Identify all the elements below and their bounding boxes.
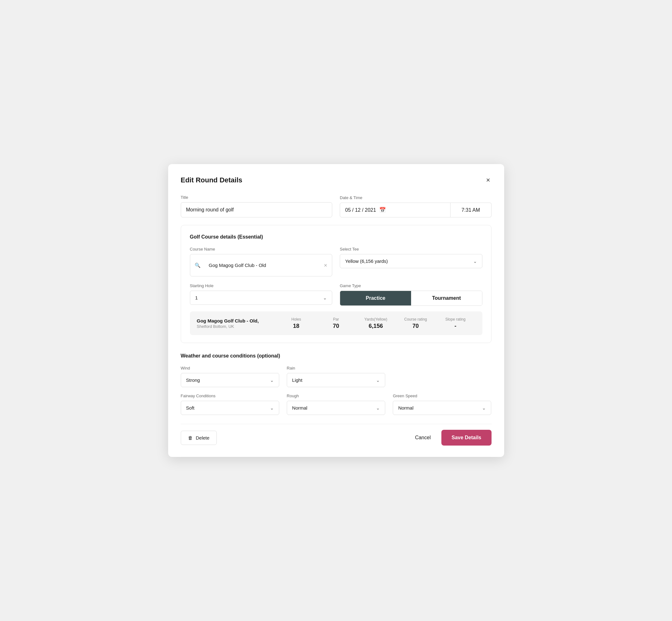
- select-tee-group: Select Tee Yellow (6,156 yards) ⌄ Yellow…: [340, 247, 482, 277]
- title-datetime-row: Title Date & Time 05 / 12 / 2021 📅 7:31 …: [181, 195, 492, 217]
- game-type-label: Game Type: [340, 283, 482, 288]
- delete-label: Delete: [196, 435, 209, 441]
- starting-hole-group: Starting Hole 1 ⌄ 1: [190, 283, 333, 306]
- slope-rating-stat: Slope rating -: [435, 317, 475, 329]
- modal-title: Edit Round Details: [181, 176, 243, 184]
- footer-row: 🗑 Delete Cancel Save Details: [181, 424, 492, 446]
- starting-hole-dropdown[interactable]: 1 ⌄ 1: [190, 291, 333, 305]
- course-rating-stat: Course rating 70: [395, 317, 435, 329]
- select-tee-dropdown[interactable]: Yellow (6,156 yards) ⌄ Yellow (6,156 yar…: [340, 254, 482, 268]
- search-icon: 🔍: [195, 262, 201, 268]
- weather-title: Weather and course conditions (optional): [181, 353, 492, 359]
- rough-dropdown[interactable]: Normal ⌄ Normal: [287, 401, 385, 415]
- cancel-button[interactable]: Cancel: [412, 431, 434, 444]
- game-type-group: Game Type Practice Tournament: [340, 283, 482, 306]
- datetime-group: Date & Time 05 / 12 / 2021 📅 7:31 AM: [340, 195, 492, 217]
- starting-hole-label: Starting Hole: [190, 283, 333, 288]
- practice-button[interactable]: Practice: [340, 291, 411, 305]
- title-group: Title: [181, 195, 333, 217]
- date-input[interactable]: 05 / 12 / 2021 📅: [340, 203, 451, 217]
- green-speed-dropdown[interactable]: Normal ⌄ Normal: [393, 401, 491, 415]
- edit-round-modal: Edit Round Details × Title Date & Time 0…: [168, 164, 504, 457]
- course-name-display: Gog Magog Golf Club - Old,: [197, 318, 277, 323]
- clear-icon[interactable]: ✕: [324, 263, 328, 268]
- course-rating-label: Course rating: [395, 317, 435, 322]
- hole-gametype-row: Starting Hole 1 ⌄ 1 Game Type Practice T…: [190, 283, 482, 306]
- fairway-dropdown[interactable]: Soft ⌄ Soft: [181, 401, 279, 415]
- yards-stat: Yards(Yellow) 6,156: [356, 317, 395, 329]
- green-speed-label: Green Speed: [393, 394, 491, 398]
- fairway-label: Fairway Conditions: [181, 394, 279, 398]
- green-speed-group: Green Speed Normal ⌄ Normal: [393, 394, 491, 415]
- footer-right: Cancel Save Details: [412, 430, 491, 446]
- course-name-group: Course Name 🔍 ✕: [190, 247, 333, 277]
- holes-label: Holes: [277, 317, 316, 322]
- course-location: Shelford Bottom, UK: [197, 324, 277, 329]
- par-stat: Par 70: [316, 317, 356, 329]
- weather-section: Weather and course conditions (optional)…: [181, 353, 492, 415]
- rough-label: Rough: [287, 394, 385, 398]
- course-info-name: Gog Magog Golf Club - Old, Shelford Bott…: [197, 318, 277, 329]
- wind-group: Wind Strong ⌄ Strong: [181, 366, 279, 387]
- time-value: 7:31 AM: [462, 207, 480, 213]
- slope-rating-label: Slope rating: [435, 317, 475, 322]
- course-tee-row: Course Name 🔍 ✕ Select Tee Yellow (6,156…: [190, 247, 482, 277]
- holes-value: 18: [277, 323, 316, 329]
- golf-course-title: Golf Course details (Essential): [190, 234, 482, 240]
- title-label: Title: [181, 195, 333, 200]
- rough-group: Rough Normal ⌄ Normal: [287, 394, 385, 415]
- rain-group: Rain Light ⌄ Light: [287, 366, 385, 387]
- wind-dropdown[interactable]: Strong ⌄ Strong: [181, 373, 279, 387]
- golf-course-section: Golf Course details (Essential) Course N…: [181, 225, 492, 343]
- tournament-button[interactable]: Tournament: [411, 291, 482, 305]
- course-name-text-input[interactable]: [204, 258, 321, 272]
- fairway-rough-green-row: Fairway Conditions Soft ⌄ Soft Rough Nor…: [181, 394, 492, 415]
- wind-rain-row: Wind Strong ⌄ Strong Rain Light ⌄ Light: [181, 366, 492, 387]
- close-button[interactable]: ×: [485, 175, 492, 185]
- wind-label: Wind: [181, 366, 279, 370]
- select-tee-label: Select Tee: [340, 247, 482, 251]
- trash-icon: 🗑: [188, 435, 193, 441]
- yards-value: 6,156: [356, 323, 395, 329]
- course-name-label: Course Name: [190, 247, 333, 251]
- game-type-toggle: Practice Tournament: [340, 291, 482, 306]
- course-info-row: Gog Magog Golf Club - Old, Shelford Bott…: [190, 312, 482, 335]
- save-button[interactable]: Save Details: [442, 430, 491, 446]
- calendar-icon: 📅: [379, 207, 386, 213]
- fairway-group: Fairway Conditions Soft ⌄ Soft: [181, 394, 279, 415]
- modal-header: Edit Round Details ×: [181, 175, 492, 185]
- date-value: 05 / 12 / 2021: [345, 207, 376, 213]
- yards-label: Yards(Yellow): [356, 317, 395, 322]
- delete-button[interactable]: 🗑 Delete: [181, 431, 217, 445]
- slope-rating-value: -: [435, 323, 475, 329]
- par-value: 70: [316, 323, 356, 329]
- date-time-group: 05 / 12 / 2021 📅 7:31 AM: [340, 203, 492, 217]
- holes-stat: Holes 18: [277, 317, 316, 329]
- datetime-label: Date & Time: [340, 195, 492, 200]
- course-name-input[interactable]: 🔍 ✕: [190, 254, 333, 277]
- time-input[interactable]: 7:31 AM: [451, 203, 492, 217]
- course-rating-value: 70: [395, 323, 435, 329]
- rain-dropdown[interactable]: Light ⌄ Light: [287, 373, 385, 387]
- par-label: Par: [316, 317, 356, 322]
- rain-label: Rain: [287, 366, 385, 370]
- title-input[interactable]: [181, 202, 333, 217]
